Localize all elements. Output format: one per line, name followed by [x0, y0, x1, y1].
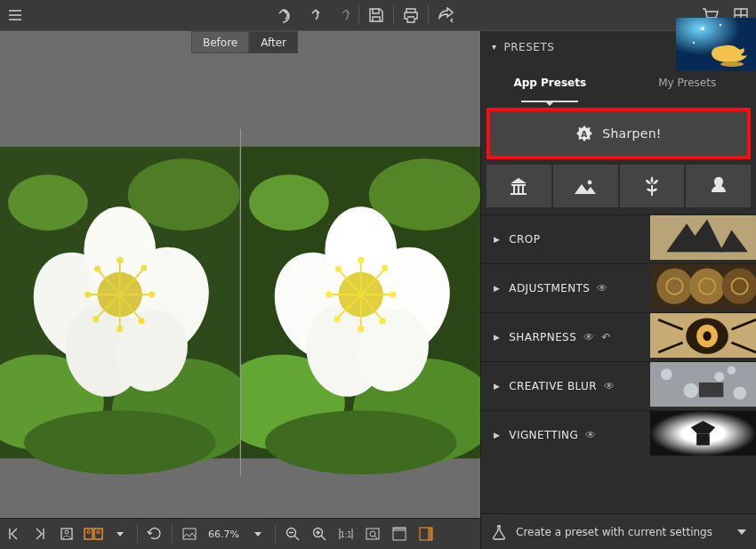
section-adjustments-thumb	[650, 264, 756, 309]
zoom-out-icon[interactable]	[279, 519, 306, 550]
svg-point-76	[701, 27, 704, 30]
reset-icon[interactable]: ↶	[602, 331, 611, 343]
svg-point-28	[84, 291, 91, 297]
tab-before[interactable]: Before	[191, 31, 249, 53]
image-compare-split[interactable]	[0, 129, 480, 476]
svg-point-81	[588, 181, 592, 185]
svg-point-86	[722, 269, 756, 304]
auto-badge-icon: A	[575, 125, 593, 142]
section-creative-blur[interactable]: ▶CREATIVE BLUR 👁	[481, 361, 756, 410]
hamburger-menu-icon[interactable]	[0, 0, 30, 31]
tab-app-presets[interactable]: App Presets	[481, 62, 619, 102]
svg-rect-73	[428, 528, 432, 540]
svg-point-50	[358, 257, 364, 263]
after-image	[241, 129, 481, 476]
svg-point-3	[8, 174, 88, 230]
svg-rect-102	[696, 434, 710, 446]
print-icon[interactable]	[396, 0, 426, 31]
svg-point-27	[92, 316, 99, 322]
section-vignetting-thumb	[650, 411, 756, 456]
canvas-area: Before After	[0, 31, 480, 549]
sharpen-label: Sharpen!	[602, 126, 661, 141]
tab-my-presets[interactable]: My Presets	[619, 62, 757, 102]
visibility-icon[interactable]: 👁	[585, 429, 596, 441]
navigator-icon[interactable]	[386, 519, 413, 550]
svg-point-7	[24, 410, 216, 474]
svg-point-57	[335, 266, 342, 272]
presets-title: PRESETS	[504, 41, 555, 53]
section-adjustments[interactable]: ▶ADJUSTMENTS 👁	[481, 263, 756, 312]
sharpen-preset-button[interactable]: A Sharpen!	[490, 111, 747, 156]
rotate-icon[interactable]	[141, 519, 168, 550]
svg-point-29	[94, 266, 101, 272]
svg-point-56	[326, 291, 332, 297]
create-preset-button[interactable]: Create a preset with current settings	[481, 513, 756, 549]
fit-screen-icon[interactable]	[176, 519, 203, 550]
next-image-icon[interactable]	[27, 519, 53, 550]
presets-header[interactable]: ▾ PRESETS	[481, 31, 756, 62]
svg-text:1:1: 1:1	[341, 531, 352, 539]
section-sharpness[interactable]: ▶SHARPNESS 👁 ↶	[481, 312, 756, 361]
split-view-icon[interactable]	[80, 519, 107, 550]
section-vignetting[interactable]: ▶VIGNETTING 👁	[481, 410, 756, 459]
visibility-icon[interactable]: 👁	[583, 331, 594, 343]
category-architecture-icon[interactable]	[487, 165, 551, 207]
svg-text:A: A	[582, 130, 588, 139]
svg-point-35	[264, 410, 456, 474]
svg-point-98	[733, 386, 746, 400]
zoom-level: 66.7%	[203, 529, 245, 540]
zoom-dropdown-icon[interactable]	[245, 519, 271, 550]
tab-after[interactable]: After	[249, 31, 298, 53]
single-view-icon[interactable]	[53, 519, 80, 550]
svg-point-23	[141, 265, 147, 271]
before-after-tab-group: Before After	[191, 31, 298, 53]
before-image	[0, 129, 241, 476]
svg-point-77	[720, 24, 722, 27]
svg-rect-100	[699, 383, 723, 397]
section-vignetting-label: VIGNETTING	[509, 429, 578, 441]
svg-point-54	[358, 326, 364, 332]
actual-size-icon[interactable]: 1:1	[333, 519, 359, 550]
svg-point-62	[87, 530, 90, 533]
history-icon[interactable]	[326, 0, 357, 31]
prev-image-icon[interactable]	[0, 519, 27, 550]
highlight-box: A Sharpen!	[487, 108, 751, 159]
section-sharpness-thumb	[650, 313, 756, 358]
svg-point-96	[684, 383, 698, 398]
status-bar: 66.7% 1:1	[0, 518, 480, 549]
category-macro-icon[interactable]	[620, 165, 685, 207]
share-icon[interactable]	[430, 0, 461, 31]
view-dropdown-icon[interactable]	[107, 519, 133, 550]
zoom-to-fit-icon[interactable]	[359, 519, 386, 550]
svg-point-97	[714, 372, 724, 382]
svg-point-95	[661, 368, 672, 380]
svg-point-31	[248, 174, 328, 230]
save-icon[interactable]	[361, 0, 391, 31]
flask-icon	[491, 524, 507, 540]
zoom-in-icon[interactable]	[306, 519, 333, 550]
svg-point-59	[65, 530, 68, 534]
category-icon-row	[481, 161, 756, 214]
category-portrait-icon[interactable]	[686, 165, 751, 207]
svg-point-24	[149, 291, 155, 297]
section-creative-blur-thumb	[650, 362, 756, 407]
section-adjustments-label: ADJUSTMENTS	[509, 282, 590, 295]
svg-point-52	[390, 291, 396, 297]
preset-tabs: App Presets My Presets	[481, 62, 756, 102]
undo-icon[interactable]	[266, 0, 296, 31]
svg-point-93	[703, 331, 711, 341]
svg-point-55	[334, 316, 340, 322]
collapse-icon: ▾	[492, 42, 497, 52]
section-crop[interactable]: ▶CROP	[481, 214, 756, 263]
visibility-icon[interactable]: 👁	[604, 380, 615, 392]
visibility-icon[interactable]: 👁	[597, 282, 607, 295]
svg-point-78	[693, 42, 695, 44]
svg-point-22	[117, 257, 123, 263]
redo-icon[interactable]	[296, 0, 326, 31]
panels-icon[interactable]	[413, 519, 439, 550]
chevron-down-icon	[737, 528, 746, 537]
section-crop-label: CROP	[509, 233, 540, 246]
svg-point-53	[379, 318, 385, 324]
svg-rect-64	[183, 529, 196, 539]
category-landscape-icon[interactable]	[553, 165, 618, 207]
